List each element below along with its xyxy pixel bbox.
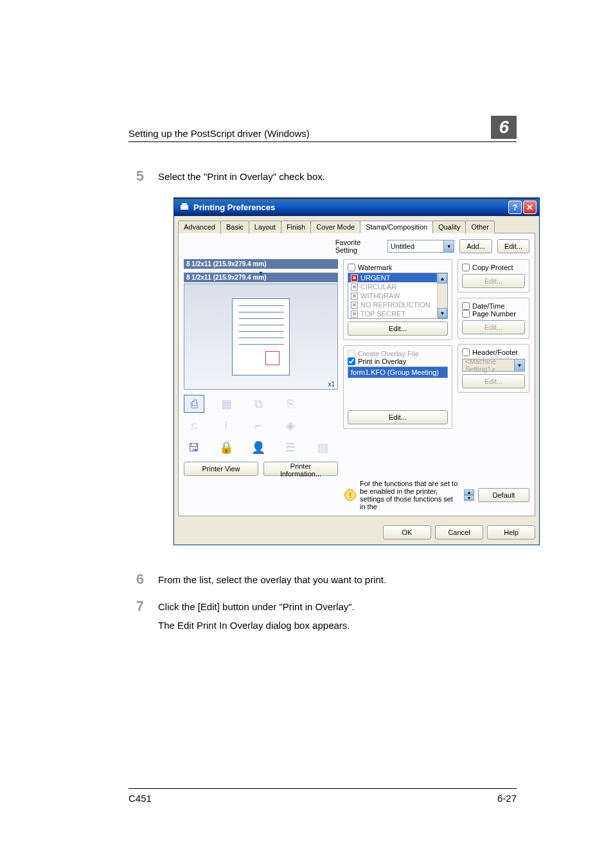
tab-other[interactable]: Other: [465, 221, 495, 233]
tab-finish[interactable]: Finish: [281, 221, 311, 233]
favorite-add-button[interactable]: Add...: [459, 239, 492, 253]
footer-page-number: 6-27: [497, 793, 517, 804]
color-icon[interactable]: ◈: [280, 417, 301, 435]
printer-view-button[interactable]: Printer View: [184, 462, 258, 476]
step-subtext-7: The Edit Print In Overlay dialog box app…: [158, 620, 355, 631]
save-icon[interactable]: 🖫: [184, 439, 204, 457]
watermark-list[interactable]: ✖URGENT ✖CIRCULAR ✖WITHDRAW ✖NO REPRODUC…: [348, 273, 448, 319]
user-icon[interactable]: 👤: [248, 439, 269, 457]
scroll-down-icon[interactable]: ▼: [438, 308, 447, 318]
list-item[interactable]: ✖WITHDRAW: [348, 291, 447, 300]
calendar-overlay-icon: [265, 351, 280, 365]
paper-size-source: 8 1/2x11 (215.9x279.4 mm): [184, 259, 338, 269]
create-overlay-checkbox: [348, 350, 355, 357]
help-button-footer[interactable]: Help: [487, 525, 535, 539]
favorite-edit-button[interactable]: Edit...: [497, 239, 529, 253]
overlay-edit-button[interactable]: Edit...: [348, 410, 448, 424]
header-footer-checkbox[interactable]: [462, 348, 470, 356]
list-item[interactable]: ✖CIRCULAR: [348, 282, 447, 291]
step-number-6: 6: [129, 571, 144, 588]
create-overlay-label: Create Overlay File: [358, 350, 419, 357]
cancel-button[interactable]: Cancel: [435, 525, 483, 539]
paper-sheet-icon: [232, 298, 290, 375]
copy-protect-label: Copy Protect: [472, 264, 513, 271]
list-item[interactable]: ✖TOP SECRET: [348, 309, 447, 318]
printer-information-button[interactable]: Printer Information...: [263, 462, 338, 476]
step-text-5: Select the "Print in Overlay" check box.: [158, 168, 325, 182]
fold-icon[interactable]: ⌐: [248, 417, 269, 435]
tabstrip: Advanced Basic Layout Finish Cover Mode …: [178, 220, 535, 233]
punch-icon[interactable]: ⁞: [216, 417, 236, 435]
chevron-down-icon: ▼: [443, 240, 454, 252]
step-number-7: 7: [129, 598, 144, 615]
favorite-setting-dropdown[interactable]: Untitled ▼: [387, 240, 454, 253]
spin-up-icon[interactable]: ▲: [464, 489, 474, 495]
chapter-number: 6: [491, 116, 517, 139]
scrollbar[interactable]: ▲▼: [437, 273, 447, 318]
tab-advanced[interactable]: Advanced: [178, 221, 221, 233]
tab-layout[interactable]: Layout: [249, 221, 281, 233]
info-icon: !: [344, 489, 356, 501]
watermark-label: Watermark: [358, 264, 392, 271]
note-spinner[interactable]: ▲▼: [464, 489, 474, 501]
staple-icon[interactable]: ⎌: [184, 417, 204, 435]
dialog-title: Printing Preferences: [193, 203, 275, 212]
booklet-icon[interactable]: ⎘: [280, 395, 301, 413]
list-item[interactable]: ✖URGENT: [348, 273, 447, 282]
page-number-checkbox[interactable]: [462, 310, 470, 318]
print-in-overlay-label: Print in Overlay: [358, 357, 406, 365]
page-preview: x1: [184, 284, 338, 390]
page-number-label: Page Number: [472, 310, 516, 318]
list-icon[interactable]: ☰: [280, 439, 301, 457]
list-item[interactable]: ✖NO REPRODUCTION: [348, 300, 447, 309]
copies-indicator: x1: [328, 381, 335, 388]
favorite-setting-value: Untitled: [388, 242, 443, 250]
date-time-group: Date/Time Page Number Edit...: [458, 298, 529, 339]
spin-down-icon[interactable]: ▼: [464, 495, 474, 501]
header-footer-value: <Machine Setting1>: [463, 357, 514, 373]
header-footer-edit-button: Edit...: [462, 374, 525, 388]
favorite-setting-label: Favorite Setting: [335, 239, 382, 254]
svg-rect-0: [181, 205, 188, 210]
blank-icon[interactable]: ▤: [312, 439, 333, 457]
date-time-edit-button: Edit...: [462, 320, 525, 334]
close-button[interactable]: ✕: [523, 201, 537, 214]
tab-cover-mode[interactable]: Cover Mode: [310, 221, 360, 233]
lock-icon[interactable]: 🔒: [216, 439, 236, 457]
printing-preferences-dialog: Printing Preferences ? ✕ Advanced Basic …: [173, 197, 540, 545]
arrow-down-icon: ▼: [258, 270, 264, 273]
tool-palette: ⎙ ▦ ⧉ ⎘ ⎌ ⁞ ⌐ ◈: [184, 395, 338, 457]
ok-button[interactable]: OK: [383, 525, 431, 539]
chevron-down-icon: ▼: [514, 359, 524, 371]
printer-icon: [179, 202, 190, 212]
overlay-file-selected[interactable]: form1.KFO (Group Meeting): [348, 366, 448, 378]
header-footer-dropdown: <Machine Setting1> ▼: [462, 359, 525, 372]
tab-quality[interactable]: Quality: [432, 221, 466, 233]
default-button[interactable]: Default: [478, 488, 529, 502]
duplex-icon[interactable]: ⧉: [248, 395, 269, 413]
copy-protect-group: Copy Protect Edit...: [458, 259, 529, 293]
copy-protect-checkbox[interactable]: [462, 264, 470, 271]
scroll-up-icon[interactable]: ▲: [438, 273, 447, 284]
watermark-checkbox[interactable]: [348, 264, 355, 271]
nup-icon[interactable]: ▦: [216, 395, 236, 413]
overlay-group: Create Overlay File Print in Overlay for…: [343, 345, 452, 429]
footer-model: C451: [129, 793, 152, 804]
dialog-titlebar: Printing Preferences ? ✕: [174, 198, 539, 216]
header-footer-label: Header/Footer: [472, 348, 518, 356]
header-footer-group: Header/Footer <Machine Setting1> ▼ Edit.…: [458, 344, 529, 393]
step-text-7: Click the [Edit] button under "Print in …: [158, 601, 355, 612]
watermark-group: Watermark ✖URGENT ✖CIRCULAR ✖WITHDRAW ✖N…: [343, 259, 452, 340]
note-text: For the functions that are set to be ena…: [360, 480, 460, 511]
tab-basic[interactable]: Basic: [220, 221, 249, 233]
print-in-overlay-checkbox[interactable]: [348, 357, 355, 365]
svg-rect-1: [182, 203, 187, 206]
watermark-edit-button[interactable]: Edit...: [348, 321, 448, 336]
date-time-label: Date/Time: [472, 302, 504, 310]
tab-stamp-composition[interactable]: Stamp/Composition: [360, 221, 433, 233]
orientation-icon[interactable]: ⎙: [184, 395, 204, 413]
date-time-checkbox[interactable]: [462, 302, 470, 310]
help-button[interactable]: ?: [508, 201, 522, 214]
copy-protect-edit-button: Edit...: [462, 274, 525, 288]
paper-size-output: 8 1/2x11 (215.9x279.4 mm): [184, 273, 338, 282]
